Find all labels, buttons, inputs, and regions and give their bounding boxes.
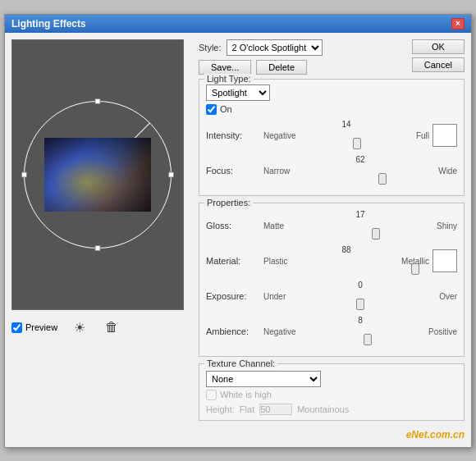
white-is-high-checkbox[interactable] (206, 390, 217, 400)
material-slider[interactable] (263, 266, 429, 277)
gloss-top: 17 (263, 210, 457, 221)
preview-checkbox[interactable] (11, 322, 22, 333)
focus-label: Focus: (206, 166, 263, 176)
ambience-right: Positive (428, 327, 457, 336)
lighting-effects-dialog: Lighting Effects × (4, 14, 472, 448)
height-input (259, 404, 292, 415)
focus-slider-container: 62 Narrow Wide (263, 155, 457, 187)
ambience-left: Negative (263, 327, 295, 336)
preview-label: Preview (25, 322, 57, 332)
gloss-left: Matte (263, 221, 284, 230)
delete-light-button[interactable]: 🗑 (102, 318, 121, 336)
preview-canvas (11, 39, 184, 310)
cancel-button[interactable]: Cancel (412, 57, 465, 72)
style-select[interactable]: 2 O'clock Spotlight (227, 39, 323, 56)
properties-section-label: Properties: (204, 198, 253, 208)
light-type-row: Spotlight Directional Omni (206, 83, 457, 103)
handle-bottom[interactable] (95, 245, 101, 251)
light-icon-button[interactable]: ☀ (71, 318, 89, 337)
intensity-right: Full (416, 131, 429, 140)
material-top: 88 (263, 245, 429, 257)
exposure-label: Exposure: (206, 291, 263, 301)
height-row: Height: Flat Mountainous (206, 404, 457, 415)
material-label: Material: (206, 256, 263, 266)
focus-slider[interactable] (263, 176, 457, 187)
light-type-select[interactable]: Spotlight Directional Omni (206, 84, 270, 101)
gloss-label: Gloss: (206, 221, 263, 230)
exposure-value: 0 (358, 281, 363, 290)
dialog-body: Preview ☀ 🗑 Style: 2 O'clock Spotlight (5, 33, 471, 447)
material-slider-container: 88 Plastic Metallic (263, 245, 429, 277)
on-checkbox[interactable] (206, 104, 217, 115)
canvas-background (12, 40, 183, 309)
intensity-left: Negative (263, 131, 295, 140)
mountainous-label: Mountainous (297, 404, 349, 414)
exposure-left: Under (263, 292, 286, 301)
intensity-slider-container: 14 Negative Full (263, 120, 429, 152)
title-bar: Lighting Effects × (5, 15, 471, 33)
white-is-high-label: White is high (220, 390, 272, 399)
light-type-section: Light Type: Spotlight Directional Omni O… (199, 79, 465, 196)
height-label: Height: (206, 404, 235, 414)
focus-right: Wide (438, 167, 457, 176)
exposure-slider[interactable] (263, 301, 457, 313)
handle-top[interactable] (95, 98, 101, 104)
ambience-slider-container: 8 Negative Positive (263, 316, 457, 348)
ambience-value: 8 (358, 316, 363, 325)
on-label: On (220, 104, 232, 114)
gloss-slider-container: 17 Matte Shiny (263, 210, 457, 242)
texture-channel-select[interactable]: None Red Green Blue Transparency (206, 371, 321, 387)
delete-button[interactable]: Delete (256, 60, 307, 75)
focus-row: Focus: 62 Narrow Wide (206, 155, 457, 187)
right-panel: Style: 2 O'clock Spotlight Save... Delet… (199, 39, 465, 440)
style-label: Style: (199, 43, 222, 52)
intensity-top: 14 (263, 120, 429, 131)
exposure-row: Exposure: 0 Under Over (206, 281, 457, 313)
intensity-color-swatch[interactable] (433, 124, 457, 147)
exposure-right: Over (439, 292, 457, 301)
gloss-right: Shiny (437, 221, 457, 230)
save-button[interactable]: Save... (199, 60, 251, 75)
exposure-top: 0 (263, 281, 457, 292)
close-button[interactable]: × (451, 18, 465, 30)
ambience-label: Ambience: (206, 326, 263, 336)
watermark-container: eNet.com.cn (199, 427, 465, 440)
material-left: Plastic (263, 257, 287, 266)
light-type-section-label: Light Type: (204, 74, 254, 84)
ambience-row: Ambience: 8 Negative Positive (206, 316, 457, 348)
focus-left: Narrow (263, 167, 290, 176)
focus-value: 62 (355, 155, 364, 164)
texture-channel-section: Texture Channel: None Red Green Blue Tra… (199, 363, 465, 421)
handle-left[interactable] (21, 171, 27, 177)
gloss-slider[interactable] (263, 230, 457, 242)
intensity-row: Intensity: 14 Negative Full (206, 120, 457, 152)
focus-top: 62 (263, 155, 457, 167)
preview-image-overlay (44, 138, 151, 212)
ambience-slider[interactable] (263, 336, 457, 348)
intensity-label: Intensity: (206, 130, 263, 140)
left-panel: Preview ☀ 🗑 (11, 39, 192, 440)
intensity-slider[interactable] (263, 140, 429, 152)
preview-checkbox-label[interactable]: Preview (11, 322, 57, 333)
dialog-title: Lighting Effects (11, 18, 86, 30)
watermark: eNet.com.cn (406, 429, 465, 440)
on-row: On (206, 104, 457, 115)
gloss-value: 17 (355, 210, 364, 219)
intensity-value: 14 (341, 120, 350, 129)
preview-controls: Preview ☀ 🗑 (11, 315, 192, 340)
material-row: Material: 88 Plastic Metallic (206, 245, 457, 277)
texture-channel-section-label: Texture Channel: (204, 358, 277, 368)
properties-section: Properties: Gloss: 17 Matte Shiny (199, 203, 465, 357)
flat-label: Flat (240, 404, 254, 414)
preview-image (44, 138, 151, 212)
material-color-swatch[interactable] (433, 249, 457, 272)
style-section: Style: 2 O'clock Spotlight Save... Delet… (199, 39, 323, 75)
material-value: 88 (341, 245, 350, 254)
white-is-high-row: White is high (206, 390, 457, 400)
exposure-slider-container: 0 Under Over (263, 281, 457, 313)
gloss-row: Gloss: 17 Matte Shiny (206, 210, 457, 242)
ok-button[interactable]: OK (412, 39, 465, 54)
ambience-top: 8 (263, 316, 457, 327)
handle-right[interactable] (168, 171, 174, 177)
texture-channel-row: None Red Green Blue Transparency (206, 371, 457, 387)
